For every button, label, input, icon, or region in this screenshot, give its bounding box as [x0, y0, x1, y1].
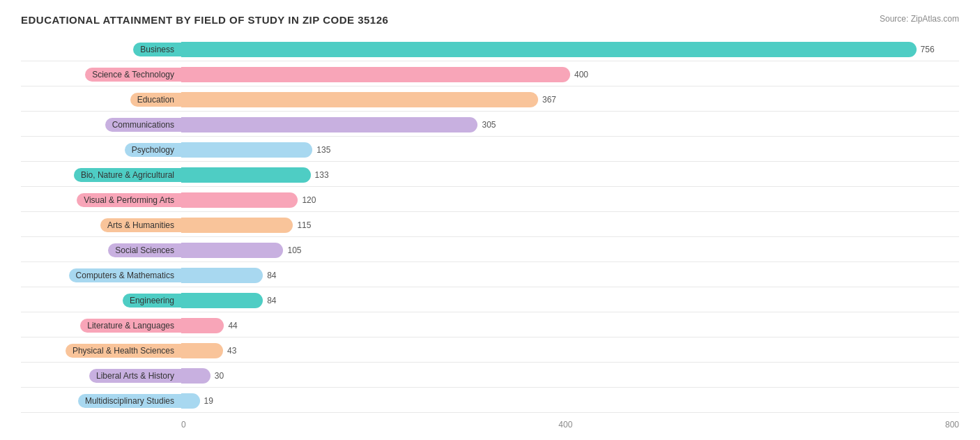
bar-chart-area: 133 [181, 167, 959, 183]
bar-label: Liberal Arts & History [89, 369, 181, 383]
bar-row: Bio, Nature & Agricultural 133 [21, 163, 959, 187]
bar-chart-area: 367 [181, 91, 959, 108]
bar-fill [181, 393, 200, 409]
bar-row: Psychology 135 [21, 138, 959, 162]
bar-value: 135 [316, 145, 330, 155]
bar-fill [181, 67, 570, 82]
bar-chart-area: 105 [181, 242, 959, 259]
bar-label-side: Literature & Languages [21, 319, 181, 333]
bar-row: Communications 305 [21, 113, 959, 137]
bar-label: Engineering [123, 294, 181, 308]
bar-value: 44 [228, 321, 237, 331]
bar-row: Multidisciplinary Studies 19 [21, 389, 959, 413]
bar-label: Computers & Mathematics [69, 268, 181, 282]
bar-fill [181, 117, 477, 132]
bar-chart-area: 400 [181, 66, 959, 83]
bar-chart-area: 756 [181, 41, 959, 58]
bar-value: 105 [287, 245, 301, 255]
bar-row: Literature & Languages 44 [21, 314, 959, 337]
bar-label: Social Sciences [108, 243, 181, 257]
bar-label: Psychology [125, 143, 181, 157]
bar-value: 43 [227, 346, 236, 356]
bar-label-side: Physical & Health Sciences [21, 344, 181, 358]
bar-chart-area: 305 [181, 116, 959, 133]
bar-fill [181, 368, 210, 384]
bar-label-side: Computers & Mathematics [21, 268, 181, 282]
bar-label-side: Bio, Nature & Agricultural [21, 168, 181, 182]
bar-row: Science & Technology 400 [21, 63, 959, 86]
bar-fill [181, 92, 538, 107]
bar-label-side: Liberal Arts & History [21, 369, 181, 383]
bar-fill [181, 243, 283, 258]
bar-label-side: Visual & Performing Arts [21, 193, 181, 207]
bar-label-side: Engineering [21, 294, 181, 308]
chart-container: Business 756 Science & Technology 400 Ed… [21, 38, 959, 413]
bar-value: 133 [315, 170, 329, 180]
bar-fill [181, 167, 311, 183]
bar-row: Social Sciences 105 [21, 238, 959, 262]
bar-label-side: Social Sciences [21, 243, 181, 257]
chart-wrapper: EDUCATIONAL ATTAINMENT BY FIELD OF STUDY… [21, 14, 959, 430]
bar-label-side: Science & Technology [21, 68, 181, 82]
bar-row: Engineering 84 [21, 289, 959, 312]
x-axis-label: 0 [181, 420, 186, 430]
bar-label: Physical & Health Sciences [66, 344, 181, 358]
bar-label: Multidisciplinary Studies [78, 394, 181, 408]
chart-title: EDUCATIONAL ATTAINMENT BY FIELD OF STUDY… [21, 14, 388, 26]
bar-fill [181, 318, 224, 333]
bar-chart-area: 84 [181, 267, 959, 284]
bar-label-side: Psychology [21, 143, 181, 157]
bar-label-side: Communications [21, 118, 181, 132]
bar-label-side: Multidisciplinary Studies [21, 394, 181, 408]
bar-fill [181, 218, 293, 233]
source-label: Source: ZipAtlas.com [880, 14, 959, 24]
bar-label: Arts & Humanities [100, 218, 181, 232]
bar-value: 84 [267, 271, 276, 280]
bar-chart-area: 115 [181, 217, 959, 234]
bar-label: Visual & Performing Arts [77, 193, 181, 207]
bar-value: 367 [542, 95, 556, 105]
bar-chart-area: 30 [181, 367, 959, 384]
bar-fill [181, 192, 298, 208]
bar-row: Computers & Mathematics 84 [21, 264, 959, 287]
bar-fill [181, 268, 263, 283]
bar-chart-area: 43 [181, 342, 959, 359]
bar-label: Bio, Nature & Agricultural [74, 168, 181, 182]
bar-row: Visual & Performing Arts 120 [21, 188, 959, 212]
x-axis: 0400800 [21, 417, 959, 430]
bar-label: Literature & Languages [80, 319, 181, 333]
bar-value: 756 [921, 45, 935, 54]
bar-value: 115 [297, 220, 311, 230]
bar-chart-area: 44 [181, 317, 959, 334]
bar-label: Communications [105, 118, 181, 132]
bar-label: Science & Technology [85, 68, 181, 82]
bar-row: Arts & Humanities 115 [21, 213, 959, 237]
bar-value: 120 [302, 195, 316, 205]
bar-row: Business 756 [21, 38, 959, 61]
bar-fill [181, 42, 917, 57]
bar-value: 30 [215, 371, 224, 381]
x-axis-label: 800 [945, 420, 959, 430]
bar-label-side: Education [21, 93, 181, 107]
bar-value: 400 [574, 70, 588, 79]
bar-row: Liberal Arts & History 30 [21, 364, 959, 388]
x-axis-label: 400 [558, 420, 572, 430]
bar-row: Education 367 [21, 88, 959, 112]
bar-label-side: Business [21, 43, 181, 56]
bar-fill [181, 343, 223, 358]
bar-label-side: Arts & Humanities [21, 218, 181, 232]
bar-chart-area: 84 [181, 292, 959, 309]
bar-value: 84 [267, 296, 276, 305]
bar-value: 19 [204, 396, 213, 406]
bar-fill [181, 142, 312, 158]
bar-label: Business [133, 43, 181, 56]
bar-fill [181, 293, 263, 308]
bar-row: Physical & Health Sciences 43 [21, 339, 959, 363]
bar-chart-area: 135 [181, 142, 959, 158]
bar-chart-area: 120 [181, 192, 959, 208]
bar-label: Education [130, 93, 181, 107]
bar-chart-area: 19 [181, 393, 959, 409]
bar-value: 305 [482, 120, 496, 130]
